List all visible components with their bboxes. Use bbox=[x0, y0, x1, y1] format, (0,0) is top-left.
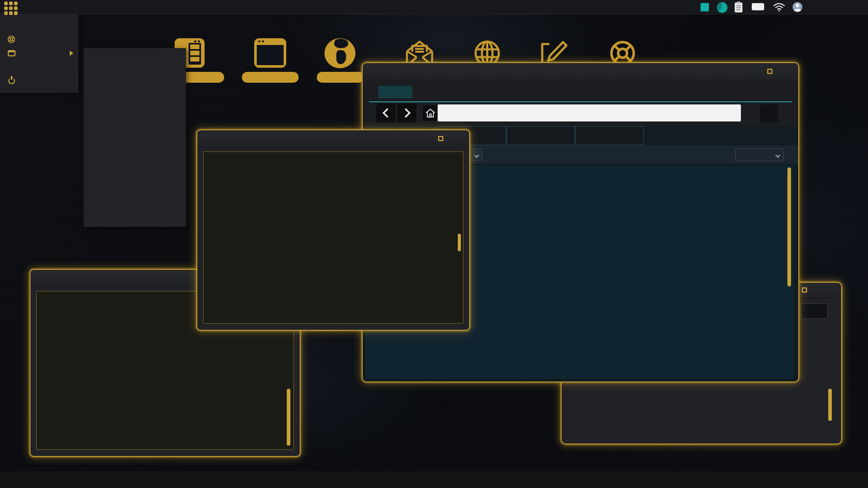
desktop-icon-terminal[interactable] bbox=[254, 38, 286, 68]
maximize-icon[interactable] bbox=[765, 67, 774, 77]
file-explorer-field[interactable] bbox=[801, 303, 828, 319]
bank-account-dropdown[interactable] bbox=[735, 148, 784, 161]
terminal-scrollbar[interactable] bbox=[458, 234, 461, 251]
browser-nav-row bbox=[363, 102, 798, 126]
chevron-right-icon bbox=[401, 108, 410, 117]
maximize-icon[interactable] bbox=[800, 286, 809, 295]
maximize-icon[interactable] bbox=[436, 134, 445, 144]
site-tab-shop[interactable] bbox=[506, 126, 575, 145]
browser-tab-strip bbox=[363, 81, 798, 102]
programs-submenu bbox=[84, 48, 186, 227]
back-button[interactable] bbox=[376, 103, 395, 123]
minimize-icon[interactable] bbox=[750, 67, 759, 77]
url-input[interactable] bbox=[438, 104, 741, 121]
terminal-icon bbox=[254, 38, 286, 68]
lifebuoy-icon bbox=[7, 35, 16, 43]
desktop-icon-map[interactable] bbox=[324, 38, 355, 68]
chevron-left-icon bbox=[382, 108, 392, 117]
browser-page-tab[interactable] bbox=[378, 86, 412, 98]
bookmark-star-button[interactable] bbox=[760, 104, 778, 122]
file-explorer-scrollbar[interactable] bbox=[828, 389, 832, 421]
terminal-titlebar[interactable] bbox=[197, 130, 469, 148]
close-icon[interactable] bbox=[816, 286, 826, 295]
close-icon[interactable] bbox=[452, 134, 461, 144]
map-globe-icon bbox=[324, 38, 355, 68]
browser-scrollbar[interactable] bbox=[787, 167, 791, 286]
desktop-label-map bbox=[317, 72, 364, 83]
top-bar bbox=[0, 0, 868, 14]
window-icon bbox=[7, 50, 16, 56]
chat-bubble-icon[interactable] bbox=[752, 3, 764, 10]
power-icon bbox=[7, 78, 16, 84]
clipboard-icon[interactable] bbox=[735, 3, 742, 12]
forward-button[interactable] bbox=[397, 103, 416, 123]
tray-square-icon[interactable] bbox=[701, 3, 709, 11]
close-icon[interactable] bbox=[781, 67, 790, 77]
app-grid-icon[interactable] bbox=[4, 2, 18, 15]
menu-item-shutdown[interactable] bbox=[0, 74, 79, 88]
user-avatar[interactable] bbox=[793, 2, 802, 12]
wifi-icon[interactable] bbox=[773, 3, 785, 12]
site-tab-jobs[interactable] bbox=[575, 126, 644, 145]
terminal-scrollbar[interactable] bbox=[287, 389, 290, 446]
menu-item-programs[interactable] bbox=[0, 46, 79, 60]
menu-item-preferences[interactable] bbox=[0, 18, 79, 32]
terminal-center-window bbox=[196, 129, 470, 331]
chevron-down-icon bbox=[776, 153, 781, 158]
home-button[interactable] bbox=[423, 105, 438, 121]
desktop-label-terminal bbox=[242, 72, 299, 83]
submenu-arrow-icon bbox=[70, 51, 73, 56]
minimize-icon[interactable] bbox=[421, 134, 430, 144]
menu-item-reboot[interactable] bbox=[0, 60, 79, 74]
tray-circle-icon[interactable] bbox=[717, 2, 727, 13]
menu-item-help[interactable] bbox=[0, 32, 79, 46]
terminal-output[interactable] bbox=[203, 151, 463, 324]
taskbar bbox=[0, 470, 868, 488]
chevron-down-icon bbox=[474, 153, 479, 158]
system-menu bbox=[0, 14, 79, 93]
desktop bbox=[0, 0, 868, 488]
home-icon bbox=[425, 108, 436, 118]
browser-titlebar[interactable] bbox=[363, 63, 798, 81]
